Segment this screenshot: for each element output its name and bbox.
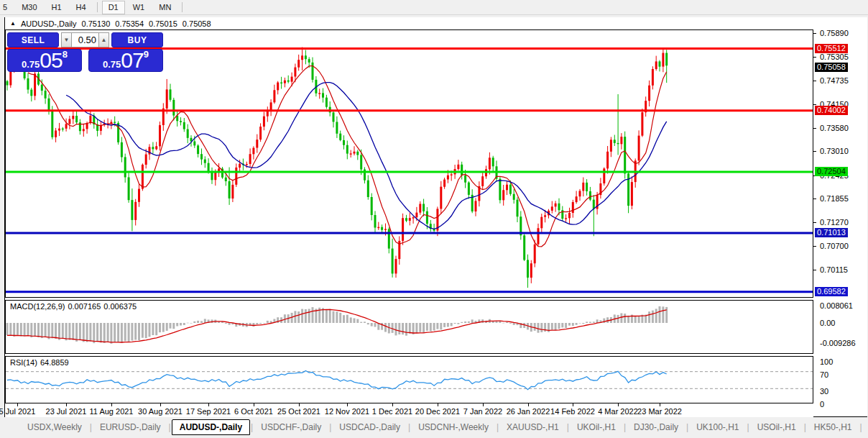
price-level-badge: 0.74002 — [815, 106, 848, 115]
buy-price-prefix: 0.75 — [103, 59, 121, 70]
arrow-down-icon: ▼ — [64, 37, 70, 43]
chart-symbol-period: AUDUSD-,Daily — [21, 19, 77, 28]
price-level-badge: 0.71013 — [815, 228, 848, 237]
chart-tab-usdcnh[interactable]: USDCNH-,Weekly — [411, 420, 496, 434]
chart-tab-eurusd[interactable]: EURUSD-,Daily — [93, 420, 168, 434]
date-tick-label: 23 Mar 2022 — [631, 407, 688, 416]
ohlc-open: 0.75130 — [82, 19, 111, 28]
metatrader-window: 5M30H1H4D1W1MN ▲ AUDUSD-,Daily 0.75130 0… — [0, 0, 868, 438]
date-tick-mark — [438, 403, 438, 406]
volume-spinner: ▼ 0.50 ▲ — [61, 32, 109, 47]
price-tick-mark — [813, 57, 816, 58]
date-tick-mark — [392, 403, 393, 406]
sell-price-prefix: 0.75 — [22, 59, 40, 70]
price-tick-label: 0.73010 — [820, 147, 849, 155]
price-level-badge: 0.75058 — [815, 63, 848, 72]
price-tick-mark — [813, 33, 816, 34]
price-tick-label: 0.71270 — [820, 218, 849, 227]
date-tick-mark — [347, 403, 348, 406]
volume-increase-button[interactable]: ▲ — [98, 32, 109, 47]
chart-tab-bar: USDX,Weekly|EURUSD-,Daily|AUDUSD-,Daily|… — [0, 419, 868, 436]
arrow-up-icon: ▲ — [101, 37, 107, 43]
date-tick-mark — [111, 403, 112, 406]
rsi-scale-label: 70 — [820, 370, 828, 379]
date-tick-mark — [160, 403, 161, 406]
timeframe-button-d1[interactable]: D1 — [102, 1, 125, 14]
date-tick-mark — [254, 403, 254, 406]
timeframe-toolbar: 5M30H1H4D1W1MN — [0, 0, 868, 15]
ohlc-close: 0.75058 — [183, 19, 211, 28]
price-tick-label: 0.75890 — [820, 29, 849, 37]
price-level-badge: 0.72504 — [815, 167, 848, 176]
timeframe-button-h4[interactable]: H4 — [70, 1, 93, 14]
price-level-badge: 0.75512 — [815, 44, 848, 53]
chart-tab-usdx[interactable]: USDX,Weekly — [20, 420, 89, 434]
price-tick-mark — [813, 199, 816, 199]
timeframe-button-5[interactable]: 5 — [1, 1, 14, 14]
toolbar-separator — [182, 2, 183, 12]
price-tick-mark — [813, 151, 816, 152]
chart-tab-audusd[interactable]: AUDUSD-,Daily — [172, 419, 250, 435]
price-tick-mark — [813, 104, 816, 105]
price-tick-label: 0.74735 — [820, 76, 849, 85]
chart-tab-usdchf[interactable]: USDCHF-,Daily — [254, 420, 328, 434]
collapse-arrow-icon[interactable]: ▲ — [10, 20, 16, 27]
ohlc-strip: ▲ AUDUSD-,Daily 0.75130 0.75354 0.75015 … — [5, 17, 867, 29]
price-tick-label: 0.71855 — [820, 194, 849, 203]
date-tick-mark — [573, 403, 573, 406]
price-tick-mark — [813, 128, 816, 129]
date-tick-mark — [299, 403, 300, 406]
chart-tab-hk50[interactable]: HK50-,H1 — [807, 420, 859, 434]
date-tick-mark — [208, 403, 209, 406]
tab-separator: | — [168, 422, 172, 432]
timeframe-button-m30[interactable]: M30 — [15, 1, 43, 14]
sell-button[interactable]: SELL — [7, 32, 59, 47]
price-tick-mark — [813, 246, 816, 247]
date-tick-mark — [618, 403, 619, 406]
chart-tab-uk100[interactable]: UK100-,H1 — [689, 420, 746, 434]
macd-scale-label: 0.008061 — [820, 301, 853, 310]
price-tick-mark — [813, 81, 816, 81]
tab-separator: | — [859, 422, 863, 432]
chart-tab-ukoil[interactable]: UKOil-,H1 — [570, 420, 623, 434]
rsi-chart-svg[interactable] — [6, 357, 813, 403]
chart-tab-usoil[interactable]: USOil-,H1 — [750, 420, 803, 434]
price-tick-label: 0.70700 — [820, 242, 849, 250]
chart-tab-xauusd[interactable]: XAUUSD-,H1 — [499, 420, 566, 434]
buy-price-pipette: 9 — [144, 50, 149, 59]
date-tick-mark — [17, 403, 18, 406]
volume-decrease-button[interactable]: ▼ — [61, 32, 72, 47]
timeframe-button-w1[interactable]: W1 — [126, 1, 152, 14]
buy-button[interactable]: BUY — [111, 32, 163, 47]
rsi-header: RSI(14)64.8859 — [10, 358, 72, 367]
price-tick-label: 0.75305 — [820, 53, 849, 61]
buy-price-display[interactable]: 0.75079 — [88, 49, 163, 72]
chart-tab-usdcad[interactable]: USDCAD-,Daily — [332, 420, 407, 434]
rsi-scale-label: 100 — [820, 357, 833, 366]
price-tick-mark — [813, 270, 816, 270]
rsi-scale-label: 30 — [820, 387, 828, 396]
chart-window: ▲ AUDUSD-,Daily 0.75130 0.75354 0.75015 … — [4, 17, 867, 417]
price-level-badge: 0.69582 — [815, 287, 848, 296]
timeframe-button-mn[interactable]: MN — [152, 1, 177, 14]
one-click-trading-panel: SELL ▼ 0.50 ▲ BUY 0.75058 0.75079 — [7, 32, 163, 73]
macd-scale-label: -0.009286 — [820, 339, 856, 347]
buy-price-big-digits: 07 — [121, 51, 143, 70]
price-tick-label: 0.73580 — [820, 124, 849, 132]
sell-price-big-digits: 05 — [40, 51, 62, 70]
sell-price-pipette: 8 — [63, 50, 68, 59]
chart-tab-dj30[interactable]: DJ30-,Daily — [627, 420, 685, 434]
toolbar-separator — [97, 2, 98, 12]
date-tick-mark — [528, 403, 529, 406]
timeframe-button-h1[interactable]: H1 — [45, 1, 68, 14]
macd-scale-label: 0.00 — [820, 319, 835, 327]
sell-price-display[interactable]: 0.75058 — [7, 49, 82, 72]
ohlc-high: 0.75354 — [115, 19, 144, 28]
macd-header: MACD(12,26,9)0.0071650.006375 — [10, 302, 139, 311]
date-tick-mark — [660, 403, 660, 406]
rsi-pane[interactable]: RSI(14)64.8859 — [5, 356, 813, 403]
price-tick-label: 0.70115 — [820, 265, 848, 274]
rsi-scale-label: 0 — [820, 400, 824, 409]
macd-pane[interactable]: MACD(12,26,9)0.0071650.006375 — [5, 300, 813, 354]
volume-input[interactable]: 0.50 — [72, 32, 98, 47]
